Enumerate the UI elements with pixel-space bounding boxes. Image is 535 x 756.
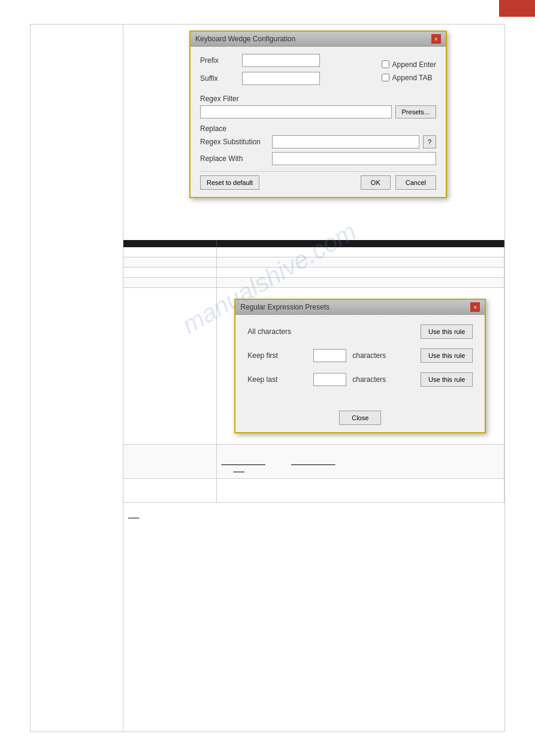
regex-sub-row: Regex Substitution ? (200, 135, 436, 148)
table-row-rep: Regular Expression Presets × All charact… (123, 288, 504, 445)
data-table: Regular Expression Presets × All charact… (123, 240, 504, 503)
table-section: Regular Expression Presets × All charact… (123, 240, 504, 731)
append-tab-row: Append TAB (382, 74, 436, 82)
keep-first-input[interactable] (313, 349, 346, 362)
regex-sub-label: Regex Substitution (200, 138, 272, 146)
cancel-button[interactable]: Cancel (395, 175, 436, 190)
ok-button[interactable]: OK (361, 175, 391, 190)
kwc-right-checks: Append Enter Append TAB (376, 54, 436, 90)
table-cell-col1 (123, 247, 216, 257)
keep-last-use-btn[interactable]: Use this rule (421, 372, 473, 387)
replace-section: Replace Regex Substitution ? Replace Wit… (200, 125, 436, 165)
table-cell-col2-last (216, 479, 504, 503)
replace-with-row: Replace With (200, 152, 436, 165)
kwc-dialog: Keyboard Wedge Configuration × Prefix Su… (189, 31, 447, 198)
table-cell-col1-last (123, 479, 216, 503)
regex-filter-row: Presets... (200, 105, 436, 119)
table-row-links: ____________ ____________ ___ (123, 445, 504, 479)
append-tab-label: Append TAB (392, 74, 433, 82)
kwc-footer-right: OK Cancel (361, 175, 436, 190)
kwc-left-fields: Prefix Suffix (200, 54, 376, 90)
table-row (123, 257, 504, 268)
rep-close-footer-button[interactable]: Close (339, 411, 381, 425)
rep-titlebar: Regular Expression Presets × (235, 300, 485, 315)
rep-title: Regular Expression Presets (240, 303, 330, 311)
left-column (31, 25, 123, 731)
keep-last-label: Keep last (247, 375, 307, 384)
red-tab (499, 0, 535, 17)
append-tab-checkbox[interactable] (382, 74, 389, 81)
table-cell-col2-links: ____________ ____________ ___ (216, 445, 504, 479)
table-cell-col1 (123, 268, 216, 278)
rep-dialog: Regular Expression Presets × All charact… (234, 299, 486, 433)
append-enter-checkbox[interactable] (382, 60, 389, 68)
table-header-row (123, 240, 504, 247)
append-enter-row: Append Enter (382, 60, 436, 69)
keep-last-chars-label: characters (352, 375, 386, 384)
page-container: manualshive.com Keyboard Wedge Configura… (30, 24, 505, 732)
table-cell-col1-links (123, 445, 216, 479)
kwc-footer: Reset to default OK Cancel (200, 171, 436, 190)
keep-first-use-btn[interactable]: Use this rule (421, 348, 473, 363)
kwc-titlebar: Keyboard Wedge Configuration × (191, 32, 446, 47)
kwc-footer-left: Reset to default (200, 175, 259, 190)
replace-label: Replace (200, 125, 436, 133)
table-header-col2 (216, 240, 504, 247)
suffix-row: Suffix (200, 72, 376, 85)
table-cell-col1 (123, 257, 216, 268)
kwc-top-rows: Prefix Suffix Append Enter (200, 54, 436, 90)
kwc-close-button[interactable]: × (431, 34, 441, 44)
question-button[interactable]: ? (423, 135, 436, 148)
rep-body: All characters Use this rule Keep first … (235, 315, 485, 406)
rep-close-button[interactable]: × (470, 302, 480, 312)
right-col-content: manualshive.com Keyboard Wedge Configura… (123, 25, 504, 731)
prefix-row: Prefix (200, 54, 376, 67)
reset-button[interactable]: Reset to default (200, 175, 259, 190)
keep-last-input[interactable] (313, 373, 346, 386)
right-column: manualshive.com Keyboard Wedge Configura… (123, 25, 504, 731)
keep-first-row: Keep first characters Use this rule (247, 348, 473, 363)
footer-link[interactable]: ___ (128, 511, 139, 518)
table-row (123, 268, 504, 278)
prefix-input[interactable] (242, 54, 320, 67)
replace-with-input[interactable] (272, 152, 436, 165)
table-cell-col2 (216, 278, 504, 288)
prefix-label: Prefix (200, 56, 242, 65)
suffix-input[interactable] (242, 72, 320, 85)
append-enter-label: Append Enter (392, 60, 436, 69)
table-cell-col1 (123, 278, 216, 288)
kwc-body: Prefix Suffix Append Enter (191, 47, 446, 197)
table-cell-col1-rep (123, 288, 216, 445)
all-chars-label: All characters (247, 327, 307, 336)
keep-first-chars-label: characters (352, 351, 386, 360)
rep-footer: Close (235, 406, 485, 432)
presets-button[interactable]: Presets... (395, 105, 436, 119)
all-chars-use-btn[interactable]: Use this rule (421, 324, 473, 339)
all-chars-row: All characters Use this rule (247, 324, 473, 339)
footer-note: ___ (123, 503, 504, 526)
link3[interactable]: ___ (234, 465, 244, 472)
replace-with-label: Replace With (200, 154, 272, 163)
regex-filter-label: Regex Filter (200, 95, 436, 103)
regex-sub-input[interactable] (272, 135, 419, 148)
kwc-title: Keyboard Wedge Configuration (195, 35, 295, 43)
table-cell-col2-rep: Regular Expression Presets × All charact… (216, 288, 504, 445)
links-text (222, 451, 436, 458)
regex-filter-section: Regex Filter Presets... (200, 95, 436, 119)
keep-last-row: Keep last characters Use this rule (247, 372, 473, 387)
table-cell-col2 (216, 247, 504, 257)
table-header-col1 (123, 240, 216, 247)
keep-first-label: Keep first (247, 351, 307, 360)
table-cell-col2 (216, 257, 504, 268)
suffix-label: Suffix (200, 74, 242, 83)
table-row-last (123, 479, 504, 503)
link2[interactable]: ____________ (291, 458, 335, 465)
table-row (123, 278, 504, 288)
table-row (123, 247, 504, 257)
table-cell-col2 (216, 268, 504, 278)
regex-filter-input[interactable] (200, 105, 392, 119)
link1[interactable]: ____________ (222, 458, 265, 465)
